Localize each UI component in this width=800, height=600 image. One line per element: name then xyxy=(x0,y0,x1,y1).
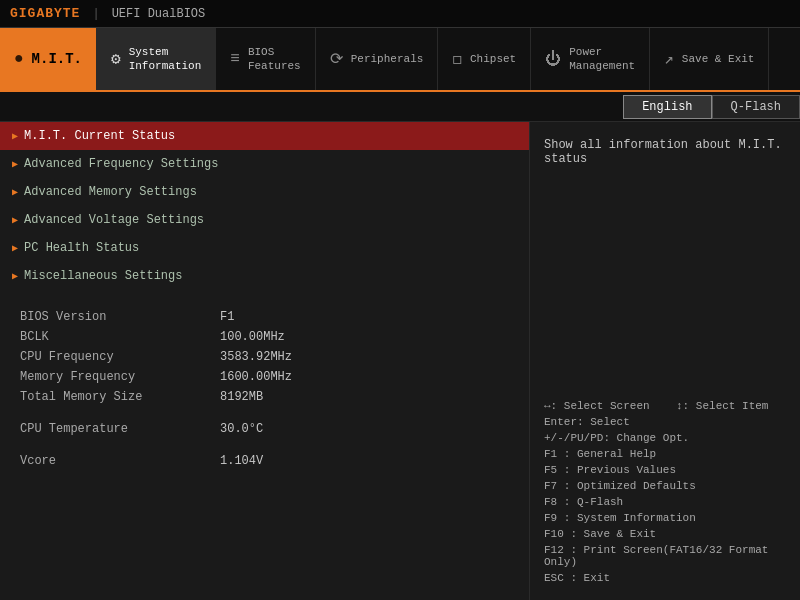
cpu-freq-value: 3583.92MHz xyxy=(220,350,292,364)
help-key-f8: F8 : Q-Flash xyxy=(544,496,786,508)
memory-freq-label: Memory Frequency xyxy=(20,370,220,384)
tab-chipset-label: Chipset xyxy=(470,52,516,66)
menu-label: Advanced Frequency Settings xyxy=(24,157,218,171)
cpu-temp-value: 30.0°C xyxy=(220,422,263,436)
total-memory-label: Total Memory Size xyxy=(20,390,220,404)
titlebar: GIGABYTE | UEFI DualBIOS xyxy=(0,0,800,28)
tab-peripherals-label: Peripherals xyxy=(351,52,424,66)
arrow-icon: ▶ xyxy=(12,270,18,282)
tab-mit-label: M.I.T. xyxy=(32,50,82,68)
menu-item-advanced-voltage[interactable]: ▶ Advanced Voltage Settings xyxy=(0,206,529,234)
tab-save-label: Save & Exit xyxy=(682,52,755,66)
brand-logo: GIGABYTE xyxy=(10,6,80,21)
vcore-row: Vcore 1.104V xyxy=(20,454,509,468)
bclk-value: 100.00MHz xyxy=(220,330,285,344)
right-panel: Show all information about M.I.T. status… xyxy=(530,122,800,600)
vcore-label: Vcore xyxy=(20,454,220,468)
peripherals-icon: ⟳ xyxy=(330,49,343,69)
menu-label: Advanced Voltage Settings xyxy=(24,213,204,227)
arrow-icon: ▶ xyxy=(12,214,18,226)
cpu-temp-row: CPU Temperature 30.0°C xyxy=(20,422,509,436)
help-key-enter: Enter: Select xyxy=(544,416,786,428)
tab-save-exit[interactable]: ↗ Save & Exit xyxy=(650,28,769,90)
arrow-icon: ▶ xyxy=(12,158,18,170)
help-key-esc: ESC : Exit xyxy=(544,572,786,584)
help-key-f10: F10 : Save & Exit xyxy=(544,528,786,540)
menu-label: PC Health Status xyxy=(24,241,139,255)
cpu-freq-label: CPU Frequency xyxy=(20,350,220,364)
tab-mit[interactable]: ● M.I.T. xyxy=(0,28,97,90)
divider: | xyxy=(92,7,99,21)
help-key-f12: F12 : Print Screen(FAT16/32 Format Only) xyxy=(544,544,786,568)
hint-text: Show all information about M.I.T. status xyxy=(544,138,786,166)
chipset-icon: ◻ xyxy=(452,49,462,69)
help-key-f1: F1 : General Help xyxy=(544,448,786,460)
vcore-value: 1.104V xyxy=(220,454,263,468)
bclk-label: BCLK xyxy=(20,330,220,344)
cpu-temp-label: CPU Temperature xyxy=(20,422,220,436)
menu-label: M.I.T. Current Status xyxy=(24,129,175,143)
bios-version-value: F1 xyxy=(220,310,234,324)
help-key-f9: F9 : System Information xyxy=(544,512,786,524)
tab-bios-label: BIOS Features xyxy=(248,45,301,74)
tab-power-management[interactable]: ⏻ Power Management xyxy=(531,28,650,90)
memory-freq-value: 1600.00MHz xyxy=(220,370,292,384)
menu-item-pc-health[interactable]: ▶ PC Health Status xyxy=(0,234,529,262)
bios-version-row: BIOS Version F1 xyxy=(20,310,509,324)
help-key-select-screen: ↔: Select Screen ↕: Select Item xyxy=(544,400,786,412)
help-keys: ↔: Select Screen ↕: Select Item Enter: S… xyxy=(544,400,786,584)
arrow-icon: ▶ xyxy=(12,242,18,254)
mit-icon: ● xyxy=(14,50,24,68)
menu-item-advanced-frequency[interactable]: ▶ Advanced Frequency Settings xyxy=(0,150,529,178)
menu-label: Miscellaneous Settings xyxy=(24,269,182,283)
menu-label: Advanced Memory Settings xyxy=(24,185,197,199)
total-memory-value: 8192MB xyxy=(220,390,263,404)
english-button[interactable]: English xyxy=(623,95,711,119)
arrow-icon: ▶ xyxy=(12,130,18,142)
bios-icon: ≡ xyxy=(230,50,240,68)
menu-item-advanced-memory[interactable]: ▶ Advanced Memory Settings xyxy=(0,178,529,206)
cpu-freq-row: CPU Frequency 3583.92MHz xyxy=(20,350,509,364)
tab-power-label: Power Management xyxy=(569,45,635,74)
tab-bios-features[interactable]: ≡ BIOS Features xyxy=(216,28,315,90)
main-content: ▶ M.I.T. Current Status ▶ Advanced Frequ… xyxy=(0,122,800,600)
tab-chipset[interactable]: ◻ Chipset xyxy=(438,28,531,90)
save-icon: ↗ xyxy=(664,49,674,69)
menu-item-mit-current-status[interactable]: ▶ M.I.T. Current Status xyxy=(0,122,529,150)
left-panel: ▶ M.I.T. Current Status ▶ Advanced Frequ… xyxy=(0,122,530,600)
tab-system-label: System Information xyxy=(129,45,202,74)
arrow-icon: ▶ xyxy=(12,186,18,198)
help-key-f5: F5 : Previous Values xyxy=(544,464,786,476)
qflash-button[interactable]: Q-Flash xyxy=(712,95,800,119)
system-icon: ⚙ xyxy=(111,49,121,69)
power-icon: ⏻ xyxy=(545,50,561,69)
tab-bar: ● M.I.T. ⚙ System Information ≡ BIOS Fea… xyxy=(0,28,800,92)
tab-system-information[interactable]: ⚙ System Information xyxy=(97,28,216,90)
bios-version-label: BIOS Version xyxy=(20,310,220,324)
language-bar: English Q-Flash xyxy=(0,92,800,122)
menu-item-miscellaneous[interactable]: ▶ Miscellaneous Settings xyxy=(0,262,529,290)
info-section: BIOS Version F1 BCLK 100.00MHz CPU Frequ… xyxy=(0,290,529,484)
help-key-f7: F7 : Optimized Defaults xyxy=(544,480,786,492)
subtitle: UEFI DualBIOS xyxy=(112,7,206,21)
memory-freq-row: Memory Frequency 1600.00MHz xyxy=(20,370,509,384)
help-key-change-opt: +/-/PU/PD: Change Opt. xyxy=(544,432,786,444)
tab-peripherals[interactable]: ⟳ Peripherals xyxy=(316,28,439,90)
bclk-row: BCLK 100.00MHz xyxy=(20,330,509,344)
total-memory-row: Total Memory Size 8192MB xyxy=(20,390,509,404)
